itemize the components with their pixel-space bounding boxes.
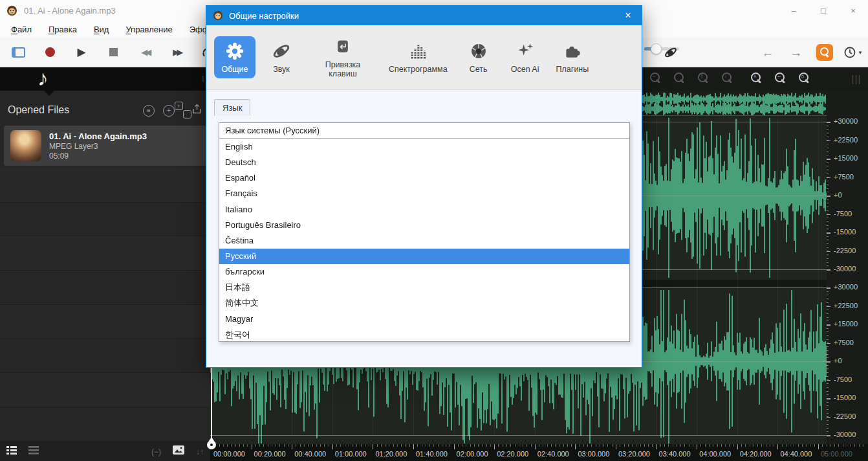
search-logo-button[interactable] — [815, 43, 834, 62]
list-simple-button[interactable] — [28, 445, 39, 457]
amp-tick — [827, 324, 830, 326]
menu-view[interactable]: Вид — [85, 23, 118, 36]
amp-tick — [827, 122, 830, 123]
amplitude-scale[interactable]: +30000+22500+15000+7500+0-7500-15000-225… — [827, 91, 868, 444]
app-window: 01. Ai - Alone Again.mp3 – □ × ФайлПравк… — [0, 0, 868, 461]
menu-edit[interactable]: Правка — [40, 23, 85, 36]
file-duration: 05:09 — [49, 152, 147, 161]
language-option[interactable]: 한국어 — [219, 326, 629, 342]
empty-list-row — [0, 305, 210, 339]
language-option[interactable]: English — [219, 139, 629, 154]
settings-tab-sound[interactable]: Звук — [261, 36, 302, 78]
settings-tab-label: Звук — [273, 65, 290, 74]
zoom-one-button[interactable]: 1 — [697, 71, 710, 87]
language-option[interactable]: Español — [219, 170, 629, 186]
album-art — [10, 130, 41, 161]
panel-grip-icon[interactable]: ‖ — [201, 74, 205, 84]
sidebar: ♪ ‖ Opened Files ≡+ 01. Ai - Alone Again… — [0, 67, 210, 461]
general-icon — [225, 41, 244, 62]
sidebar-tabstrip: ♪ ‖ — [0, 67, 210, 91]
grip-button[interactable]: ||| — [852, 73, 862, 85]
empty-list-row — [0, 339, 210, 373]
amp-label-ch2: -7500 — [834, 376, 852, 383]
amp-tick — [827, 269, 830, 271]
time-tick — [777, 444, 778, 449]
empty-list-row — [0, 236, 210, 271]
share-icon[interactable] — [191, 104, 202, 117]
record-button[interactable] — [40, 43, 60, 62]
language-option[interactable]: Deutsch — [219, 154, 629, 170]
stop-button[interactable] — [103, 43, 123, 62]
time-label: 03:20.000 — [618, 450, 650, 458]
amp-label-ch1: +0 — [834, 191, 842, 199]
settings-tab-spectrogram[interactable]: Спектрограмма — [384, 36, 453, 78]
sidebar-statusbar: (−)↓↑ — [0, 442, 210, 461]
vzoom-out-button[interactable]: − — [774, 71, 787, 87]
file-title: 01. Ai - Alone Again.mp3 — [49, 131, 147, 141]
amp-label-ch1: +30000 — [834, 117, 858, 125]
add-icon[interactable]: + — [163, 104, 175, 117]
language-option[interactable]: български — [219, 264, 629, 280]
zoom-selection-button[interactable]: ‹ — [721, 71, 733, 87]
fast-forward-button[interactable]: ▶▶ — [167, 43, 186, 62]
time-tick — [373, 444, 373, 449]
time-label: 02:00.000 — [457, 450, 488, 458]
language-group-tab[interactable]: Язык — [214, 99, 250, 116]
language-option[interactable]: Язык системы (Русский) — [219, 123, 629, 139]
sidebar-toggle-button[interactable] — [8, 43, 28, 62]
file-list-item[interactable]: 01. Ai - Alone Again.mp3 MPEG Layer3 05:… — [4, 126, 206, 166]
volume-knob[interactable] — [651, 43, 662, 54]
menu-file[interactable]: Файл — [3, 23, 40, 36]
amp-label-ch1: -30000 — [834, 265, 856, 273]
settings-tab-network[interactable]: Сеть — [458, 36, 499, 78]
zoom-out-button[interactable]: − — [649, 71, 662, 87]
language-dropdown-list: Язык системы (Русский)EnglishDeutschEspa… — [219, 122, 630, 342]
sort-button[interactable]: ↓↑ — [196, 445, 204, 457]
amp-label-ch1: -15000 — [834, 228, 856, 236]
settings-tab-keybind[interactable]: Привязка клавиш — [307, 32, 378, 84]
vzoom-reset-button[interactable]: ○ — [797, 71, 810, 87]
settings-tab-general[interactable]: Общие — [214, 36, 255, 78]
language-option[interactable]: Magyar — [219, 311, 629, 326]
history-button[interactable]: ▼ — [843, 43, 863, 62]
time-label: 03:40.000 — [659, 450, 691, 458]
settings-tab-ocen-ai[interactable]: Ocen Ai — [505, 36, 546, 78]
time-label: 00:20.000 — [254, 450, 286, 458]
amp-tick — [827, 287, 830, 289]
playhead-handle[interactable] — [207, 440, 216, 449]
menu-control[interactable]: Управление — [117, 23, 180, 36]
play-button[interactable]: ▶ — [72, 43, 91, 62]
filter-icon[interactable]: ≡ — [143, 104, 155, 117]
language-option[interactable]: Français — [219, 186, 629, 201]
minimize-button[interactable]: – — [779, 0, 808, 21]
dialog-titlebar[interactable]: Общие настройки × — [206, 6, 642, 25]
language-option[interactable]: Čeština — [219, 232, 629, 248]
language-option[interactable]: Português Brasileiro — [219, 217, 629, 232]
close-button[interactable]: × — [838, 0, 868, 21]
sound-button[interactable] — [661, 43, 680, 62]
back-button[interactable]: ← — [758, 43, 777, 62]
time-ruler[interactable]: 00:00.00000:20.00000:40.00001:00.00001:2… — [210, 444, 868, 461]
settings-tab-label: Плагины — [556, 65, 589, 74]
time-label: 01:00.000 — [335, 450, 367, 458]
rewind-button[interactable]: ◀◀ — [135, 43, 155, 62]
language-option[interactable]: Русский — [219, 249, 629, 264]
settings-tab-plugins[interactable]: Плагины — [551, 36, 594, 78]
music-note-icon[interactable]: ♪ — [38, 66, 49, 91]
maximize-button[interactable]: □ — [808, 0, 838, 21]
window-title: 01. Ai - Alone Again.mp3 — [24, 6, 116, 16]
ruler-minor-ticks — [211, 444, 864, 447]
amp-label-ch1: -7500 — [834, 210, 852, 218]
forward-button[interactable]: → — [787, 43, 806, 62]
amp-tick — [827, 361, 830, 363]
image-view-button[interactable] — [173, 445, 184, 457]
loop-region-button[interactable]: (−) — [151, 445, 161, 457]
dialog-close-button[interactable]: × — [621, 10, 635, 21]
language-option[interactable]: Italiano — [219, 201, 629, 217]
language-option[interactable]: 日本語 — [219, 280, 629, 295]
vzoom-in-button[interactable]: + — [750, 71, 763, 87]
list-detailed-button[interactable] — [6, 445, 17, 457]
time-tick — [535, 444, 536, 449]
language-option[interactable]: 简体中文 — [219, 295, 629, 311]
zoom-all-button[interactable] — [673, 71, 686, 87]
